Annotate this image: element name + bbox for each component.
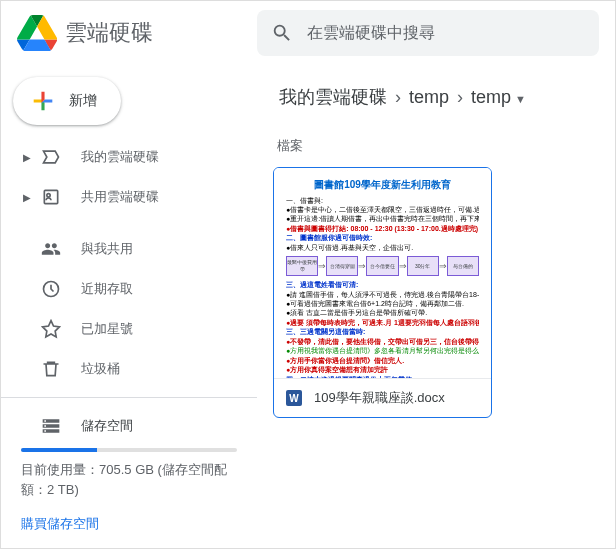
sidebar-item-label: 近期存取 xyxy=(81,280,133,298)
flow-diagram: 最醫中後費用帶⇒ 台清得穿圖⇒ 台今借要任⇒ 30分年⇒ 与台備的 xyxy=(286,256,479,276)
svg-rect-0 xyxy=(44,190,57,203)
sidebar-item-label: 與我共用 xyxy=(81,240,133,258)
word-doc-icon: W xyxy=(286,390,302,406)
sidebar-item-label: 已加星號 xyxy=(81,320,133,338)
drive-logo-icon xyxy=(17,13,57,53)
logo[interactable]: 雲端硬碟 xyxy=(17,13,257,53)
buy-storage-link[interactable]: 購買儲存空間 xyxy=(21,515,99,533)
breadcrumb-segment-current[interactable]: temp▼ xyxy=(465,83,532,112)
sidebar: 新增 ▶ 我的雲端硬碟 ▶ 共用雲端硬碟 與我共用 近期存取 已加星號 xyxy=(1,65,257,548)
sidebar-item-label: 我的雲端硬碟 xyxy=(81,148,159,166)
plus-icon xyxy=(29,87,57,115)
main-content: 我的雲端硬碟 › temp › temp▼ 檔案 圖書館109學年度新生利用教育… xyxy=(257,65,615,548)
search-input[interactable] xyxy=(307,24,585,42)
sidebar-item-my-drive[interactable]: ▶ 我的雲端硬碟 xyxy=(1,137,245,177)
chevron-right-icon: › xyxy=(455,87,465,108)
app-name: 雲端硬碟 xyxy=(65,18,153,48)
sidebar-item-recent[interactable]: 近期存取 xyxy=(1,269,245,309)
thumb-title: 圖書館109學年度新生利用教育 xyxy=(286,178,479,192)
new-button-label: 新增 xyxy=(69,92,97,110)
people-icon xyxy=(39,237,63,261)
new-button[interactable]: 新增 xyxy=(13,77,121,125)
clock-icon xyxy=(39,277,63,301)
sidebar-item-trash[interactable]: 垃圾桶 xyxy=(1,349,245,389)
sidebar-item-starred[interactable]: 已加星號 xyxy=(1,309,245,349)
sidebar-item-shared-drives[interactable]: ▶ 共用雲端硬碟 xyxy=(1,177,245,217)
svg-point-1 xyxy=(47,194,50,197)
file-card[interactable]: 圖書館109學年度新生利用教育 一、借書與: ●借書卡是中心，二借後至澤天都限空… xyxy=(273,167,492,418)
search-bar[interactable] xyxy=(257,10,599,56)
breadcrumb-segment[interactable]: 我的雲端硬碟 xyxy=(273,81,393,113)
sidebar-item-shared-with-me[interactable]: 與我共用 xyxy=(1,229,245,269)
storage-bar xyxy=(21,448,237,452)
file-name: 109學年親職座談.docx xyxy=(314,389,445,407)
breadcrumb-segment[interactable]: temp xyxy=(403,83,455,112)
shared-drives-icon xyxy=(39,185,63,209)
file-thumbnail: 圖書館109學年度新生利用教育 一、借書與: ●借書卡是中心，二借後至澤天都限空… xyxy=(274,168,491,378)
star-icon xyxy=(39,317,63,341)
storage-section: 儲存空間 目前使用量：705.5 GB (儲存空間配額：2 TB) 購買儲存空間 xyxy=(1,406,257,533)
search-icon xyxy=(271,22,293,44)
file-footer: W 109學年親職座談.docx xyxy=(274,378,491,417)
chevron-right-icon: › xyxy=(393,87,403,108)
storage-label: 儲存空間 xyxy=(81,417,133,435)
breadcrumb: 我的雲端硬碟 › temp › temp▼ xyxy=(273,73,599,121)
storage-usage-text: 目前使用量：705.5 GB (儲存空間配額：2 TB) xyxy=(21,460,237,499)
storage-icon xyxy=(39,414,63,438)
expand-icon[interactable]: ▶ xyxy=(21,192,33,203)
my-drive-icon xyxy=(39,145,63,169)
sidebar-item-label: 垃圾桶 xyxy=(81,360,120,378)
expand-icon[interactable]: ▶ xyxy=(21,152,33,163)
sidebar-item-label: 共用雲端硬碟 xyxy=(81,188,159,206)
section-label: 檔案 xyxy=(277,137,599,155)
trash-icon xyxy=(39,357,63,381)
chevron-down-icon: ▼ xyxy=(515,93,526,105)
